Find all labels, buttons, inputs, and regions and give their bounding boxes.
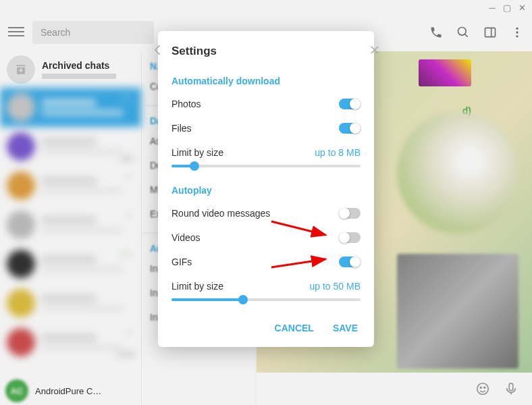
section-title-autoplay: Autoplay <box>158 177 374 201</box>
files-toggle[interactable] <box>339 123 361 134</box>
save-button[interactable]: SAVE <box>333 323 358 333</box>
limit-label: Limit by size <box>171 281 223 292</box>
section-title-auto-download: Automatically download <box>158 68 374 92</box>
gifs-toggle[interactable] <box>339 256 361 267</box>
videos-label: Videos <box>171 232 201 243</box>
settings-dialog: Settings Automatically download Photos F… <box>158 31 374 347</box>
videos-toggle[interactable] <box>339 232 361 243</box>
limit-label: Limit by size <box>171 147 223 158</box>
files-label: Files <box>171 123 192 134</box>
limit-value: up to 8 MB <box>315 147 361 158</box>
round-video-label: Round video messages <box>171 208 270 219</box>
limit-value: up to 50 MB <box>310 281 361 292</box>
download-limit-slider[interactable] <box>171 165 361 167</box>
close-icon[interactable] <box>369 44 381 59</box>
autoplay-limit-slider[interactable] <box>171 298 361 301</box>
photos-toggle[interactable] <box>339 99 361 109</box>
cancel-button[interactable]: CANCEL <box>275 323 314 333</box>
dialog-title: Settings <box>171 45 217 58</box>
back-icon[interactable] <box>151 43 165 59</box>
photos-label: Photos <box>171 99 201 109</box>
round-video-toggle[interactable] <box>339 208 361 219</box>
gifs-label: GIFs <box>171 256 192 267</box>
